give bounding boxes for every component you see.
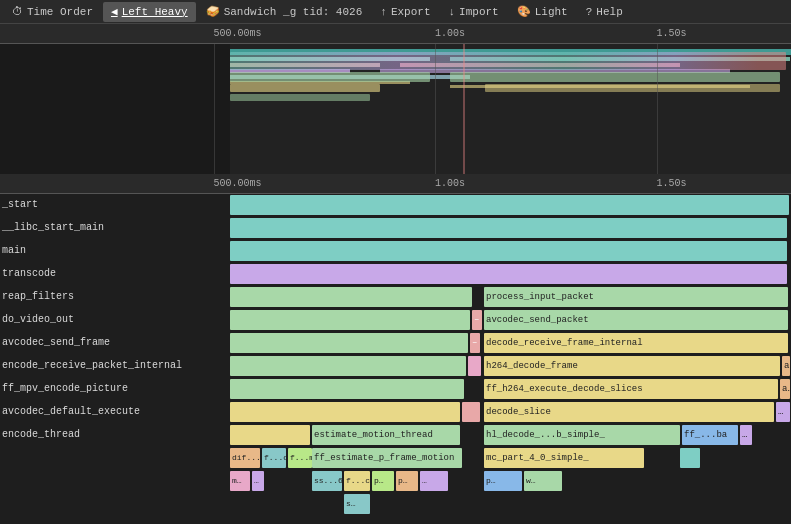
flame-block-ss6[interactable]: ss...6_ <box>312 471 342 491</box>
flame-block-small-cyan[interactable] <box>680 448 700 468</box>
flame-row-main: main <box>0 240 791 262</box>
flame-block-p2[interactable]: p… <box>396 471 418 491</box>
flame-block-ff-h264-execute[interactable]: ff_h264_execute_decode_slices <box>484 379 778 399</box>
left-heavy-icon: ◀ <box>111 5 118 18</box>
flame-block-send-frame-left[interactable] <box>230 333 468 353</box>
flame-block-avcodec-default-left[interactable] <box>230 402 460 422</box>
flamegraph-container: 500.00ms 1.00s 1.50s _start __libc_start… <box>0 174 791 524</box>
flame-block-decode-slice-end[interactable]: … <box>776 402 790 422</box>
nav-sandwich[interactable]: 🥪 Sandwich _g tid: 4026 <box>198 2 371 22</box>
flame-label-main: main <box>2 240 26 262</box>
time-order-icon: ⏱ <box>12 5 23 18</box>
flame-block-process-input[interactable]: process_input_packet <box>484 287 788 307</box>
flame-block-hl-decode[interactable]: hl_decode_...b_simple_ <box>484 425 680 445</box>
flame-block-h264-decode-a[interactable]: a… <box>782 356 790 376</box>
nav-help[interactable]: ? Help <box>578 2 631 22</box>
flame-block-dif-ls[interactable]: dif...ls_ <box>230 448 260 468</box>
top-nav: ⏱ Time Order ◀ Left Heavy 🥪 Sandwich _g … <box>0 0 791 24</box>
ruler-mark-500ms: 500.00ms <box>214 28 262 39</box>
flame-label-libc: __libc_start_main <box>2 217 104 239</box>
flame-block-encode-thread-left[interactable] <box>230 425 310 445</box>
flame-block-encode-thread-end[interactable]: … <box>740 425 752 445</box>
flame-block-ff-mpv-left[interactable] <box>230 379 464 399</box>
flame-block-avcodec-send-packet[interactable]: avcodec_send_packet <box>484 310 788 330</box>
timeline-tracks[interactable] <box>0 44 791 174</box>
flame-row-encode-thread: encode_thread estimate_motion_thread hl_… <box>0 424 791 446</box>
fg-ruler-mark-1s5: 1.50s <box>657 178 687 189</box>
flame-block-h264-decode-frame[interactable]: h264_decode_frame <box>484 356 780 376</box>
timeline-container: 500.00ms 1.00s 1.50s <box>0 24 791 174</box>
flame-block-decode-receive-frame[interactable]: decode_receive_frame_internal <box>484 333 788 353</box>
flame-label-encode-receive: encode_receive_packet_internal <box>2 355 182 377</box>
flame-row-avcodec-default: avcodec_default_execute decode_slice … <box>0 401 791 423</box>
flame-block-p3[interactable]: p… <box>484 471 522 491</box>
export-icon: ↑ <box>380 6 387 18</box>
timeline-ruler: 500.00ms 1.00s 1.50s <box>0 24 791 44</box>
flame-block-w[interactable]: w… <box>524 471 562 491</box>
flame-block-start[interactable] <box>230 195 789 215</box>
flame-label-reap-filters: reap_filters <box>2 286 74 308</box>
nav-import[interactable]: ↓ Import <box>441 2 507 22</box>
import-icon: ↓ <box>449 6 456 18</box>
flame-row-encode-receive: encode_receive_packet_internal h264_deco… <box>0 355 791 377</box>
flame-block-libc[interactable] <box>230 218 787 238</box>
flame-block-reap-left[interactable] <box>230 287 472 307</box>
light-icon: 🎨 <box>517 5 531 18</box>
nav-light[interactable]: 🎨 Light <box>509 2 576 22</box>
flame-row-avcodec-send-frame: avcodec_send_frame – decode_receive_fram… <box>0 332 791 354</box>
flame-row-small-3: s… <box>0 493 791 515</box>
flame-row-libc: __libc_start_main <box>0 217 791 239</box>
flame-label-avcodec-default: avcodec_default_execute <box>2 401 140 423</box>
flame-block-f-m[interactable]: f...m <box>288 448 312 468</box>
flame-label-encode-thread: encode_thread <box>2 424 80 446</box>
flame-row-do-video-out: do_video_out – avcodec_send_packet <box>0 309 791 331</box>
flamegraph-content: _start __libc_start_main main transcode … <box>0 194 791 524</box>
flame-block-f-o[interactable]: f...o <box>262 448 286 468</box>
nav-time-order[interactable]: ⏱ Time Order <box>4 2 101 22</box>
flame-block-dots2[interactable]: … <box>252 471 264 491</box>
flame-block-s-dots[interactable]: s… <box>344 494 370 514</box>
flame-label-do-video-out: do_video_out <box>2 309 74 331</box>
flame-label-transcode: transcode <box>2 263 56 285</box>
flame-row-transcode: transcode <box>0 263 791 285</box>
flame-block-ff-ba[interactable]: ff_...ba <box>682 425 738 445</box>
flame-block-send-frame-marker[interactable]: – <box>470 333 480 353</box>
flame-block-decode-slice[interactable]: decode_slice <box>484 402 774 422</box>
flame-row-small-1: dif...ls_ f...o f...m … ff_estimate_p_fr… <box>0 447 791 469</box>
nav-left-heavy[interactable]: ◀ Left Heavy <box>103 2 196 22</box>
flame-block-encode-receive-left[interactable] <box>230 356 466 376</box>
flame-block-do-video-marker[interactable]: – <box>472 310 482 330</box>
flame-block-main[interactable] <box>230 241 787 261</box>
fg-ruler-mark-500ms: 500.00ms <box>214 178 262 189</box>
flame-block-m-dots[interactable]: m… <box>230 471 250 491</box>
flamegraph-ruler: 500.00ms 1.00s 1.50s <box>0 174 791 194</box>
sandwich-icon: 🥪 <box>206 5 220 18</box>
flame-label-start: _start <box>2 194 38 216</box>
ruler-mark-1s5: 1.50s <box>657 28 687 39</box>
flame-block-mc-part[interactable]: mc_part_4_0_simple_ <box>484 448 644 468</box>
flame-block-ff-estimate-p[interactable]: ff_estimate_p_frame_motion <box>312 448 462 468</box>
flame-block-f-c[interactable]: f...c <box>344 471 370 491</box>
nav-export[interactable]: ↑ Export <box>372 2 438 22</box>
flame-label-avcodec-send-frame: avcodec_send_frame <box>2 332 110 354</box>
help-icon: ? <box>586 6 593 18</box>
fg-ruler-mark-1s: 1.00s <box>435 178 465 189</box>
flame-block-p1[interactable]: p… <box>372 471 394 491</box>
flame-block-estimate-motion-thread[interactable]: estimate_motion_thread <box>312 425 460 445</box>
flame-block-transcode[interactable] <box>230 264 787 284</box>
flame-row-small-2: m… … ss...6_ f...c p… p… … p… w… <box>0 470 791 492</box>
ruler-mark-1s: 1.00s <box>435 28 465 39</box>
flame-row-start: _start <box>0 194 791 216</box>
flame-row-ff-mpv: ff_mpv_encode_picture ff_h264_execute_de… <box>0 378 791 400</box>
flame-block-ff-h264-a[interactable]: a… <box>780 379 790 399</box>
flame-block-do-video-left[interactable] <box>230 310 470 330</box>
flame-block-dots3[interactable]: … <box>420 471 448 491</box>
flame-block-avcodec-default-marker[interactable] <box>462 402 480 422</box>
flame-row-reap-filters: reap_filters process_input_packet <box>0 286 791 308</box>
flame-block-encode-receive-mid[interactable] <box>468 356 481 376</box>
flame-label-ff-mpv: ff_mpv_encode_picture <box>2 378 128 400</box>
